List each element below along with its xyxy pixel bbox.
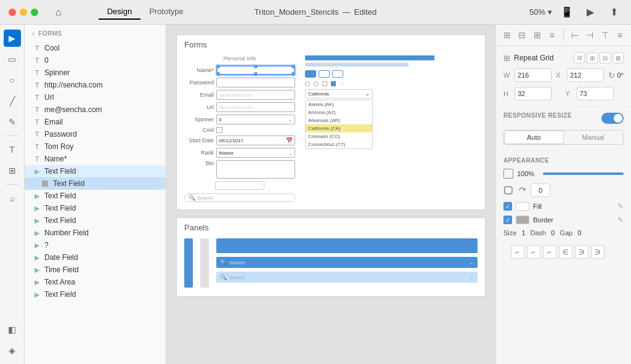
layer-item-textarea[interactable]: ▶ Text Area <box>25 276 166 288</box>
form-field-bio[interactable] <box>216 160 295 179</box>
x-field[interactable]: 212 <box>567 68 604 82</box>
form-search-bar[interactable]: 🔍 Search <box>184 193 295 202</box>
layer-item-namestar[interactable]: T Name* <box>25 153 166 165</box>
toggle-btn-3[interactable] <box>332 70 343 78</box>
height-field[interactable]: 32 <box>515 87 552 100</box>
layer-item-textfield-sub[interactable]: Text Field <box>25 177 166 190</box>
tab-design[interactable]: Design <box>99 4 140 20</box>
rp-tab-chart-icon[interactable]: ⊞ <box>531 28 543 42</box>
pen-tool-icon[interactable]: ✎ <box>4 113 21 131</box>
layer-item-datefield[interactable]: ▶ Date Field <box>25 251 166 264</box>
dropdown-header[interactable]: California ⌄ <box>305 89 373 99</box>
layer-item-email-val[interactable]: T me@sencha.com <box>25 103 166 116</box>
layer-item-textfield-parent[interactable]: ▶ Text Field <box>25 165 166 177</box>
tab-prototype[interactable]: Prototype <box>140 4 192 20</box>
border-edit-icon[interactable]: ✎ <box>617 216 624 224</box>
fill-edit-icon[interactable]: ✎ <box>617 202 624 211</box>
layer-item-tomroy[interactable]: T Tom Roy <box>25 140 166 153</box>
layer-item-textfield-2[interactable]: ▶ Text Field <box>25 190 166 202</box>
dash-value[interactable]: 0 <box>551 229 555 237</box>
align-btn-1[interactable]: ⌐ <box>511 245 524 259</box>
opacity-slider[interactable] <box>543 172 624 175</box>
minimize-button[interactable] <box>20 9 27 16</box>
gap-value[interactable]: 0 <box>577 229 581 237</box>
form-field-url[interactable]: http://sencha.com <box>216 102 295 112</box>
rp-tab-align-left-icon[interactable]: ⊢ <box>569 28 581 42</box>
form-field-password[interactable] <box>216 78 295 87</box>
layer-item-spinner[interactable]: T Spinner <box>25 67 166 79</box>
layers-back-icon[interactable]: ‹ <box>32 30 35 37</box>
align-btn-6[interactable]: ∋ <box>591 245 605 259</box>
line-tool-icon[interactable]: ╱ <box>4 92 21 110</box>
rp-tab-align-center-icon[interactable]: ⊣ <box>584 28 596 42</box>
layer-item-cool[interactable]: T Cool <box>25 42 166 54</box>
ellipse-tool-icon[interactable]: ○ <box>4 71 21 89</box>
repeat-icon-1[interactable]: ⧉ <box>574 52 585 63</box>
form-field-date[interactable]: 06/12/2017 📅 <box>216 135 295 145</box>
layer-item-0[interactable]: T 0 <box>25 54 166 67</box>
layer-item-textfield-4[interactable]: ▶ Text Field <box>25 214 166 227</box>
checkbox-2[interactable] <box>331 81 336 86</box>
rp-tab-distribute-icon[interactable]: ≡ <box>614 28 626 42</box>
share-icon[interactable]: ⬆ <box>605 4 622 21</box>
rp-tab-grid-icon[interactable]: ⊞ <box>501 28 513 42</box>
form-field-email[interactable]: me@sencha.com <box>216 90 295 100</box>
layer-item-question[interactable]: ▶ ? <box>25 239 166 251</box>
fullscreen-button[interactable] <box>31 9 38 16</box>
layer-item-textfield-3[interactable]: ▶ Text Field <box>25 202 166 214</box>
manual-button[interactable]: Manual <box>564 131 624 144</box>
y-field[interactable]: 73 <box>577 87 614 100</box>
border-checkbox[interactable]: ✓ <box>503 216 512 224</box>
repeat-icon-4[interactable]: ⊠ <box>613 52 624 63</box>
layer-item-password[interactable]: T Password <box>25 128 166 140</box>
mobile-preview-icon[interactable]: 📱 <box>558 4 576 21</box>
align-btn-4[interactable]: ∈ <box>559 245 572 259</box>
repeat-icon-3[interactable]: ⊟ <box>600 52 611 63</box>
text-tool-icon[interactable]: T <box>4 141 21 158</box>
search-icon[interactable]: ⌕ <box>4 190 21 207</box>
assets-icon[interactable]: ◈ <box>4 342 21 359</box>
form-field-cool[interactable] <box>216 127 222 133</box>
submit-button[interactable] <box>215 181 264 190</box>
rp-tab-list-icon[interactable]: ≡ <box>546 28 558 42</box>
layer-item-url[interactable]: T Url <box>25 91 166 103</box>
responsive-toggle[interactable] <box>601 113 624 124</box>
size-value[interactable]: 1 <box>521 229 525 237</box>
dropdown-item[interactable]: Connecticut (CT) <box>306 140 372 148</box>
repeat-icon-2[interactable]: ⊞ <box>587 52 598 63</box>
layer-item-email[interactable]: T Email <box>25 116 166 128</box>
form-field-rank[interactable]: Master ⌄ <box>216 148 295 158</box>
border-color-swatch[interactable] <box>516 216 529 224</box>
fill-color-swatch[interactable] <box>516 202 529 211</box>
layer-item-numberfield[interactable]: ▶ Number Field <box>25 227 166 239</box>
auto-button[interactable]: Auto <box>504 131 564 144</box>
close-button[interactable] <box>9 9 16 16</box>
select-tool-icon[interactable]: ▶ <box>4 30 21 47</box>
dropdown-item[interactable]: Alaska (AK) <box>306 100 372 108</box>
fill-checkbox[interactable]: ✓ <box>503 202 512 211</box>
width-field[interactable]: 216 <box>515 68 552 82</box>
layers-icon[interactable]: ◧ <box>4 321 21 338</box>
dropdown-item[interactable]: Arkansas (AR) <box>306 116 372 124</box>
radio-2[interactable] <box>314 81 319 86</box>
layer-item-textfield-bottom[interactable]: ▶ Text Field <box>25 288 166 301</box>
layer-item-timefield[interactable]: ▶ Time Field <box>25 264 166 276</box>
component-tool-icon[interactable]: ⊞ <box>4 162 21 179</box>
toggle-btn-1[interactable] <box>305 70 316 78</box>
rp-tab-align-icon[interactable]: ⊟ <box>516 28 528 42</box>
align-btn-5[interactable]: ∋ <box>575 245 588 259</box>
rp-tab-align-right-icon[interactable]: ⊤ <box>599 28 611 42</box>
dropdown-item[interactable]: Arizona (AZ) <box>306 108 372 116</box>
form-field-spinner[interactable]: 0 ⌄ <box>216 115 295 124</box>
zoom-control[interactable]: 50% ▾ <box>529 7 552 17</box>
align-btn-3[interactable]: ⌐ <box>543 245 556 259</box>
align-btn-2[interactable]: ⌐ <box>527 245 540 259</box>
rectangle-tool-icon[interactable]: ▭ <box>4 51 21 68</box>
home-icon[interactable]: ⌂ <box>55 7 62 18</box>
form-field-name[interactable] <box>216 65 295 75</box>
radio-1[interactable] <box>305 81 310 86</box>
dropdown-item-selected[interactable]: California (CA) <box>306 124 372 132</box>
dropdown-item[interactable]: Colorado (CO) <box>306 132 372 140</box>
checkbox-1[interactable] <box>322 81 327 86</box>
play-icon[interactable]: ▶ <box>582 4 599 21</box>
